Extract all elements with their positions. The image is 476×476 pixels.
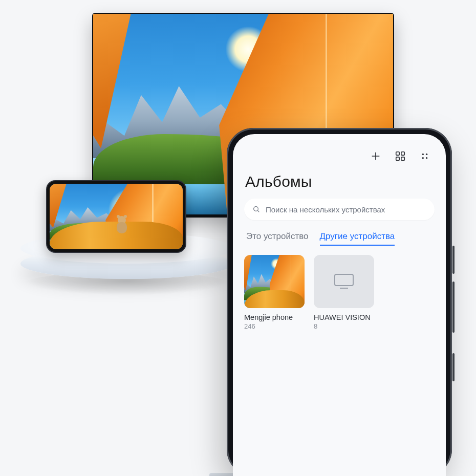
grid-icon [395,150,406,162]
device-count: 8 [314,322,374,330]
device-thumbnail-tv [314,255,374,308]
side-button [452,246,455,274]
plus-icon [370,150,381,162]
svg-rect-0 [396,152,399,155]
tab-other-devices[interactable]: Другие устройства [320,231,395,246]
svg-rect-3 [401,157,404,160]
page-title: Альбомы [245,173,434,190]
device-count: 246 [244,322,305,330]
side-button [452,353,455,381]
device-name: Mengjie phone [244,313,305,321]
more-button[interactable] [418,149,431,163]
device-thumbnail-photo [244,255,305,308]
search-placeholder: Поиск на нескольких устройствах [266,205,385,214]
device-name: HUAWEI VISION [314,313,374,321]
device-grid: Mengjie phone 246 HUAWEI VISION 8 [244,255,435,330]
device-card[interactable]: Mengjie phone 246 [244,255,305,330]
svg-point-8 [254,207,258,211]
svg-point-4 [422,154,424,155]
device-card[interactable]: HUAWEI VISION 8 [314,255,374,330]
search-input[interactable]: Поиск на нескольких устройствах [244,199,435,220]
more-dots-icon [419,150,430,162]
svg-rect-1 [401,152,404,155]
device-tabs: Это устройство Другие устройства [246,231,432,246]
svg-point-6 [422,157,424,159]
svg-rect-2 [396,157,399,160]
side-button [452,282,455,333]
phone-portrait: Альбомы Поиск на нескольких устройствах … [227,128,452,476]
stage: Альбомы Поиск на нескольких устройствах … [0,0,476,476]
svg-point-7 [426,157,427,159]
svg-rect-9 [335,274,353,286]
tv-icon [334,273,354,290]
phone-landscape [46,180,186,253]
app-screen: Альбомы Поиск на нескольких устройствах … [233,134,446,476]
add-button[interactable] [369,149,382,163]
top-actions [244,147,435,170]
tab-this-device[interactable]: Это устройство [246,231,309,246]
svg-point-5 [426,154,427,155]
search-icon [252,205,261,213]
grid-view-button[interactable] [394,149,407,163]
